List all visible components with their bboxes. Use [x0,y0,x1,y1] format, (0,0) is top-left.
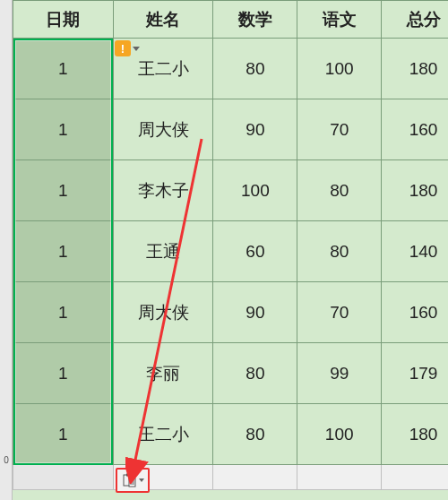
table-row: 1 王二小 80 100 180 [13,39,449,99]
cell-date[interactable]: 1 [13,99,114,160]
paste-options-button[interactable] [116,468,150,493]
table-row: 1 李丽 80 99 179 [13,343,449,404]
header-row: 日期 姓名 数学 语文 总分 [13,1,449,39]
cell-total[interactable]: 180 [382,404,448,465]
cell-date[interactable]: 1 [13,160,114,221]
cell-chinese[interactable]: 80 [297,160,382,221]
header-total[interactable]: 总分 [382,1,448,39]
cell-date[interactable]: 1 [13,39,114,99]
cell-total[interactable]: 180 [382,39,448,99]
empty-cell[interactable] [13,465,114,490]
chevron-down-icon [133,47,140,54]
cell-math[interactable]: 90 [213,282,297,343]
svg-rect-1 [126,474,129,477]
cell-math[interactable]: 80 [213,39,297,99]
cell-total[interactable]: 140 [382,221,448,282]
error-indicator-button[interactable]: ! [115,39,143,57]
header-name[interactable]: 姓名 [113,1,213,39]
cell-math[interactable]: 90 [213,99,297,160]
table-row: 1 周大侠 90 70 160 [13,282,449,343]
table-row: 1 周大侠 90 70 160 [13,99,449,160]
cell-date[interactable]: 1 [13,282,114,343]
cell-name[interactable]: 王通 [113,221,213,282]
cell-chinese[interactable]: 99 [297,343,382,404]
table-row: 1 王通 60 80 140 [13,221,449,282]
cell-name[interactable]: 李木子 [113,160,213,221]
cell-math[interactable]: 100 [213,160,297,221]
cell-math[interactable]: 80 [213,343,297,404]
cell-name[interactable]: 李丽 [113,343,213,404]
row-number[interactable]: 0 [0,455,13,465]
cell-chinese[interactable]: 100 [297,404,382,465]
cell-name[interactable]: 王二小 [113,404,213,465]
cell-date[interactable]: 1 [13,404,114,465]
header-math[interactable]: 数学 [213,1,297,39]
warning-icon: ! [115,40,131,56]
header-date[interactable]: 日期 [13,1,114,39]
cell-name[interactable]: 周大侠 [113,99,213,160]
empty-cell[interactable] [213,465,297,490]
spreadsheet-area[interactable]: 0 日期 姓名 数学 语文 总分 1 王二小 80 100 180 1 [0,0,448,500]
cell-chinese[interactable]: 80 [297,221,382,282]
chevron-down-icon [139,478,144,482]
cell-total[interactable]: 160 [382,282,448,343]
cell-chinese[interactable]: 100 [297,39,382,99]
cell-total[interactable]: 180 [382,160,448,221]
row-gutter[interactable] [0,0,13,500]
cell-math[interactable]: 60 [213,221,297,282]
cell-math[interactable]: 80 [213,404,297,465]
cell-date[interactable]: 1 [13,343,114,404]
data-table[interactable]: 日期 姓名 数学 语文 总分 1 王二小 80 100 180 1 周大侠 90… [13,0,448,490]
empty-cell[interactable] [382,465,448,490]
cell-total[interactable]: 160 [382,99,448,160]
table-row: 1 王二小 80 100 180 [13,404,449,465]
paste-options-icon [122,473,136,487]
empty-row [13,465,449,490]
empty-cell[interactable] [297,465,382,490]
header-chinese[interactable]: 语文 [297,1,382,39]
cell-name[interactable]: 周大侠 [113,282,213,343]
cell-chinese[interactable]: 70 [297,282,382,343]
cell-total[interactable]: 179 [382,343,448,404]
cell-date[interactable]: 1 [13,221,114,282]
table-row: 1 李木子 100 80 180 [13,160,449,221]
cell-chinese[interactable]: 70 [297,99,382,160]
